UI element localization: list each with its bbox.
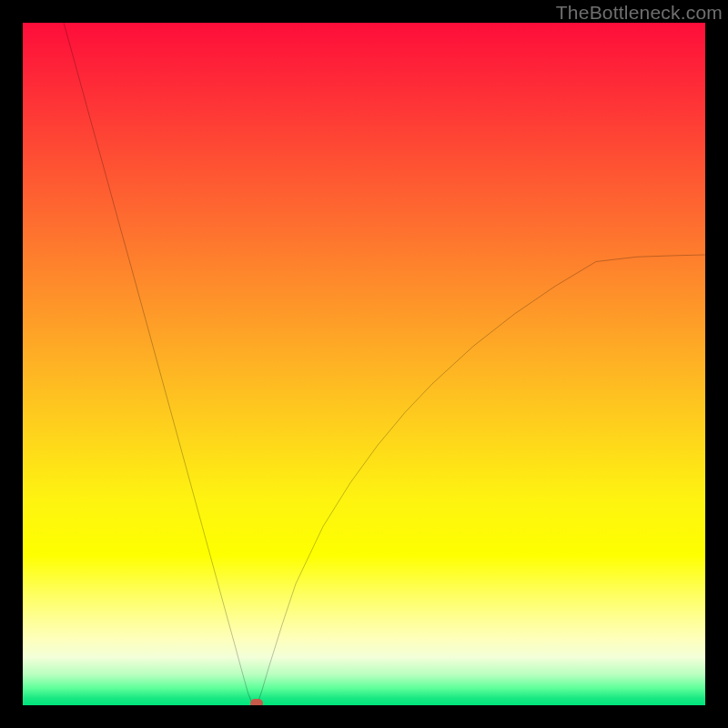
optimal-point-marker — [250, 699, 263, 705]
watermark-text: TheBottleneck.com — [556, 2, 723, 24]
plot-area — [23, 23, 705, 705]
chart-frame: TheBottleneck.com — [0, 0, 728, 728]
bottleneck-curve — [23, 23, 705, 705]
